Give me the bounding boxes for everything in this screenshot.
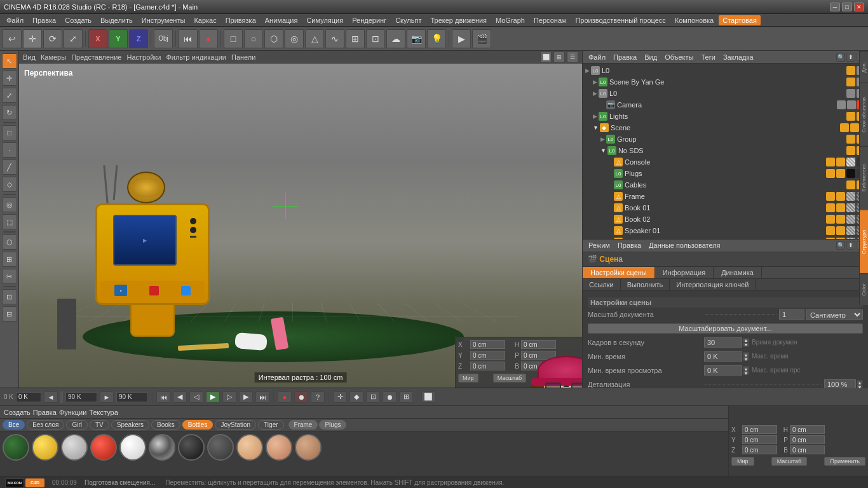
om-dot-book02-1[interactable] [826, 215, 835, 224]
om-dot-plugs-1[interactable] [826, 169, 835, 178]
coord-world-btn[interactable]: Мир [458, 374, 478, 383]
om-dot-plugs-2[interactable] [836, 169, 845, 178]
toolbar-record[interactable]: ● [199, 29, 218, 48]
tool-snap[interactable]: ⊡ [2, 289, 17, 304]
om-arrow-nosds[interactable]: ▼ [600, 147, 606, 154]
menu-select[interactable]: Выделить [97, 15, 137, 25]
om-objects[interactable]: Объекты [661, 53, 696, 62]
om-dot-camera-1[interactable] [837, 100, 846, 109]
mm-menu-texture[interactable]: Текстура [89, 409, 118, 416]
tool-knife[interactable]: ✂ [2, 269, 17, 284]
filter-tag-plugs[interactable]: Plugs [319, 420, 346, 430]
br-h-val[interactable] [790, 425, 825, 434]
coord-x-pos[interactable] [470, 340, 505, 349]
om-row-cables[interactable]: ▶ L0 Cables [584, 179, 867, 191]
om-dot-speaker01-1[interactable] [826, 226, 835, 235]
filter-tag-nolayer[interactable]: Без слоя [27, 420, 64, 430]
tc-end-frame[interactable] [116, 392, 148, 402]
tc-record2-btn[interactable]: ⏺ [383, 391, 397, 403]
tc-question-btn[interactable]: ? [311, 391, 325, 403]
fps-down-btn[interactable]: ▼ [743, 342, 749, 347]
menu-sculpt[interactable]: Скульпт [391, 15, 425, 25]
menu-tools[interactable]: Инструменты [138, 15, 189, 25]
br-apply-btn[interactable]: Применить [824, 457, 865, 466]
toolbar-z-axis[interactable]: Z [129, 29, 148, 48]
tc-max-frame[interactable] [65, 392, 97, 402]
attr-tab-dynamics[interactable]: Динамика [714, 267, 762, 278]
om-texture-book02[interactable] [846, 215, 855, 224]
toolbar-spline[interactable]: ∿ [325, 29, 344, 48]
tool-scale[interactable]: ⤢ [2, 88, 17, 103]
om-dot-console-2[interactable] [836, 158, 845, 166]
om-texture-frame[interactable] [846, 192, 855, 201]
vtab-color[interactable]: Color [860, 273, 868, 305]
toolbar-environment[interactable]: ☁ [386, 29, 405, 48]
menu-file[interactable]: Файл [3, 15, 27, 25]
filter-tag-joystation[interactable]: JoyStation [215, 420, 256, 430]
filter-tag-tiger[interactable]: Tiger [258, 420, 283, 430]
tool-workplane[interactable]: ⊟ [2, 306, 17, 322]
br-z-pos[interactable] [742, 445, 777, 454]
tc-current-frame[interactable] [16, 392, 41, 402]
tc-prev-key-btn[interactable]: ◁ [189, 391, 203, 403]
mm-menu-create[interactable]: Создать [4, 409, 31, 416]
om-dot-speaker01-2[interactable] [836, 226, 845, 235]
toolbar-sphere[interactable]: ○ [244, 29, 263, 48]
toolbar-polygon[interactable]: △ [305, 29, 324, 48]
om-row-scene[interactable]: ▼ ◆ Scene ✓ [584, 122, 867, 133]
attr-input-docscale[interactable] [779, 309, 804, 320]
om-tag-camera-1[interactable] [847, 100, 856, 109]
filter-tag-bottles[interactable]: Bottles [182, 420, 214, 430]
vtab-layers[interactable]: Слои объектов [860, 83, 868, 146]
tool-brush[interactable]: ⬡ [2, 234, 17, 250]
material-skin2[interactable] [266, 434, 292, 462]
toolbar-cylinder[interactable]: ⬡ [264, 29, 283, 48]
om-arrow-scene[interactable]: ▼ [593, 125, 599, 131]
attr-input-minprev[interactable] [704, 365, 742, 376]
om-file[interactable]: Файл [585, 53, 609, 62]
tool-select[interactable]: ↖ [2, 53, 17, 69]
om-texture-plugs[interactable] [846, 169, 855, 178]
mm-menu-edit[interactable]: Правка [33, 409, 57, 416]
om-dot-book02-2[interactable] [836, 215, 845, 224]
tc-snap-btn[interactable]: ⊡ [366, 391, 380, 403]
om-dot-sbyy-1[interactable] [846, 78, 855, 86]
tool-rect-sel[interactable]: ⬚ [2, 214, 17, 229]
tool-live-sel[interactable]: ◎ [2, 197, 17, 212]
om-view[interactable]: Вид [641, 53, 660, 62]
attr-input-fps[interactable] [704, 337, 742, 348]
menu-compose[interactable]: Компоновка [671, 15, 717, 25]
om-row-group[interactable]: ▶ L0 Group [584, 133, 867, 145]
tc-play-btn[interactable]: ▶ [206, 391, 220, 403]
tool-points[interactable]: · [2, 142, 17, 158]
toolbar-scale[interactable]: ⤢ [64, 29, 83, 48]
mintime-up-btn[interactable]: ▲ [743, 352, 749, 356]
vp-menu-panels[interactable]: Панели [231, 53, 255, 61]
menu-render[interactable]: Рендеринг [348, 15, 390, 25]
tc-key-btn[interactable]: ◆ [349, 391, 363, 403]
attr-search-icon[interactable]: 🔍 [836, 241, 845, 250]
vp-btn-layout[interactable]: ⊞ [553, 51, 565, 63]
toolbar-nurbs[interactable]: ⊞ [346, 29, 365, 48]
toolbar-cube[interactable]: □ [224, 29, 243, 48]
om-row-nosds[interactable]: ▼ L0 No SDS [584, 145, 867, 156]
om-edit[interactable]: Правка [610, 53, 640, 62]
om-dot-lights-1[interactable] [846, 112, 855, 121]
om-row-scene-by-yan-ge[interactable]: ▶ L0 Scene By Yan Ge 📌 [584, 76, 867, 88]
attr-subtab-keyinterp[interactable]: Интерполяция ключей [670, 279, 756, 290]
minprev-down-btn[interactable]: ▼ [743, 370, 749, 375]
toolbar-camera[interactable]: 📷 [407, 29, 426, 48]
tool-extrude[interactable]: ⊞ [2, 252, 17, 267]
om-dot-l0-2-1[interactable] [846, 89, 855, 98]
br-scale-btn[interactable]: Масштаб [771, 457, 808, 466]
om-row-lights[interactable]: ▶ L0 Lights [584, 111, 867, 122]
minimize-button[interactable]: ─ [830, 3, 840, 11]
attr-subtab-links[interactable]: Ссылки [583, 279, 621, 290]
attr-btn-scale-doc[interactable]: Масштабировать документ... [588, 323, 863, 334]
om-row-book01[interactable]: ▶ △ Book 01 [584, 202, 867, 214]
br-b-val[interactable] [790, 445, 825, 454]
menu-startup[interactable]: Стартовая [719, 15, 761, 25]
br-world-btn[interactable]: Мир [731, 457, 754, 466]
coord-y-pos[interactable] [470, 351, 505, 360]
material-yellow[interactable] [32, 434, 58, 462]
